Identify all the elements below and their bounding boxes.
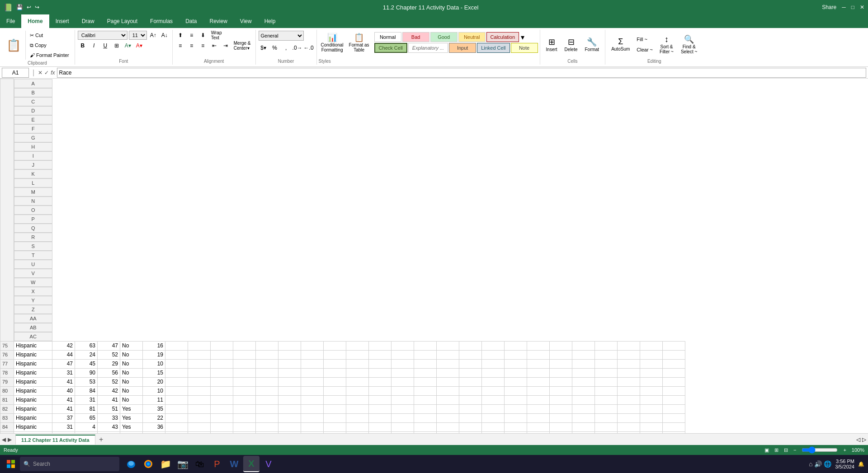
- cell-empty[interactable]: [369, 395, 392, 404]
- cell-empty[interactable]: [459, 359, 482, 368]
- cell-b[interactable]: 40: [52, 386, 75, 395]
- sort-filter-button[interactable]: ↕ Sort & Filter ~: [656, 33, 677, 56]
- cell-c[interactable]: 81: [75, 404, 98, 413]
- format-cells-button[interactable]: 🔧 Format: [581, 33, 602, 56]
- row-number[interactable]: 78: [0, 368, 14, 377]
- taskbar-excel-icon[interactable]: X: [243, 456, 259, 472]
- cell-empty[interactable]: [278, 368, 301, 377]
- taskbar-store-icon[interactable]: 🛍: [192, 456, 208, 472]
- col-header-AC[interactable]: AC: [14, 332, 52, 341]
- cell-race[interactable]: Hispanic: [14, 413, 52, 422]
- cell-empty[interactable]: [618, 422, 640, 431]
- cell-empty[interactable]: [346, 377, 369, 386]
- row-number[interactable]: 84: [0, 422, 14, 431]
- cell-e[interactable]: No: [120, 386, 143, 395]
- cell-c[interactable]: 31: [75, 395, 98, 404]
- style-scroll-down[interactable]: ▾: [520, 32, 525, 42]
- cell-empty[interactable]: [505, 386, 527, 395]
- cell-empty[interactable]: [663, 422, 685, 431]
- cell-e[interactable]: No: [120, 395, 143, 404]
- cell-empty[interactable]: [572, 359, 595, 368]
- cell-empty[interactable]: [437, 404, 459, 413]
- cell-empty[interactable]: [618, 413, 640, 422]
- cell-race[interactable]: Hispanic: [14, 359, 52, 368]
- cell-empty[interactable]: [392, 431, 414, 433]
- cell-empty[interactable]: [618, 368, 640, 377]
- cell-empty[interactable]: [256, 395, 278, 404]
- cell-b[interactable]: 41: [52, 395, 75, 404]
- style-bad-box[interactable]: Bad: [402, 32, 429, 42]
- decrease-decimal-button[interactable]: ←.0: [304, 43, 314, 52]
- font-color-button[interactable]: A▾: [134, 41, 144, 50]
- cell-empty[interactable]: [414, 350, 437, 359]
- align-middle-button[interactable]: ≡: [187, 31, 197, 40]
- cell-race[interactable]: Hispanic: [14, 368, 52, 377]
- cell-empty[interactable]: [527, 422, 550, 431]
- cell-empty[interactable]: [663, 359, 685, 368]
- cell-e[interactable]: Yes: [120, 404, 143, 413]
- align-center-button[interactable]: ≡: [187, 41, 197, 50]
- cell-empty[interactable]: [256, 341, 278, 350]
- style-check-cell-box[interactable]: Check Cell: [374, 43, 407, 53]
- number-format-select[interactable]: General: [259, 31, 304, 41]
- italic-button[interactable]: I: [89, 41, 99, 50]
- cell-empty[interactable]: [595, 422, 618, 431]
- cell-empty[interactable]: [278, 350, 301, 359]
- indent-increase-button[interactable]: ⇥: [221, 41, 231, 50]
- cell-empty[interactable]: [278, 404, 301, 413]
- cell-empty[interactable]: [369, 350, 392, 359]
- conditional-formatting-button[interactable]: 📊 Conditional Formatting: [319, 31, 346, 54]
- cell-empty[interactable]: [256, 431, 278, 433]
- taskbar-camera-icon[interactable]: 📷: [175, 456, 191, 472]
- cell-d[interactable]: 29: [98, 359, 120, 368]
- add-sheet-button[interactable]: +: [96, 435, 106, 445]
- col-header-N[interactable]: N: [14, 197, 52, 206]
- cell-empty[interactable]: [482, 359, 505, 368]
- cell-empty[interactable]: [233, 368, 256, 377]
- tab-review[interactable]: Review: [203, 14, 233, 28]
- cell-race[interactable]: Hispanic: [14, 386, 52, 395]
- cell-empty[interactable]: [211, 404, 233, 413]
- taskbar-explorer-icon[interactable]: 📁: [157, 456, 174, 472]
- cell-empty[interactable]: [301, 413, 324, 422]
- cell-empty[interactable]: [233, 404, 256, 413]
- close-button[interactable]: ✕: [860, 4, 864, 10]
- cell-empty[interactable]: [527, 350, 550, 359]
- col-header-E[interactable]: E: [14, 115, 52, 124]
- cell-e[interactable]: Yes: [120, 431, 143, 433]
- cell-empty[interactable]: [572, 395, 595, 404]
- cell-empty[interactable]: [278, 359, 301, 368]
- cell-empty[interactable]: [572, 368, 595, 377]
- cell-race[interactable]: Hispanic: [14, 395, 52, 404]
- cell-empty[interactable]: [233, 413, 256, 422]
- cell-empty[interactable]: [324, 386, 346, 395]
- border-button[interactable]: ⊞: [112, 41, 122, 50]
- cell-empty[interactable]: [459, 341, 482, 350]
- cell-empty[interactable]: [618, 350, 640, 359]
- cell-empty[interactable]: [640, 368, 663, 377]
- cell-empty[interactable]: [392, 368, 414, 377]
- cell-d[interactable]: 43: [98, 422, 120, 431]
- cell-c[interactable]: 90: [75, 368, 98, 377]
- cell-f[interactable]: 20: [143, 377, 165, 386]
- cell-empty[interactable]: [165, 350, 188, 359]
- cell-empty[interactable]: [256, 377, 278, 386]
- find-select-button[interactable]: 🔍 Find & Select ~: [678, 33, 700, 56]
- cell-empty[interactable]: [595, 359, 618, 368]
- cell-empty[interactable]: [165, 404, 188, 413]
- col-header-I[interactable]: I: [14, 151, 52, 160]
- cell-empty[interactable]: [233, 341, 256, 350]
- cell-empty[interactable]: [482, 431, 505, 433]
- style-neutral-box[interactable]: Neutral: [458, 32, 486, 42]
- cell-empty[interactable]: [550, 368, 572, 377]
- cell-empty[interactable]: [640, 350, 663, 359]
- row-number[interactable]: 77: [0, 359, 14, 368]
- decrease-font-button[interactable]: A↓: [160, 31, 170, 40]
- cell-f[interactable]: 35: [143, 404, 165, 413]
- cell-empty[interactable]: [324, 368, 346, 377]
- taskbar-firefox-icon[interactable]: [140, 456, 156, 472]
- cell-d[interactable]: 52: [98, 377, 120, 386]
- tab-page-layout[interactable]: Page Layout: [101, 14, 144, 28]
- cell-empty[interactable]: [188, 377, 211, 386]
- quick-access-undo[interactable]: ↩: [27, 4, 31, 10]
